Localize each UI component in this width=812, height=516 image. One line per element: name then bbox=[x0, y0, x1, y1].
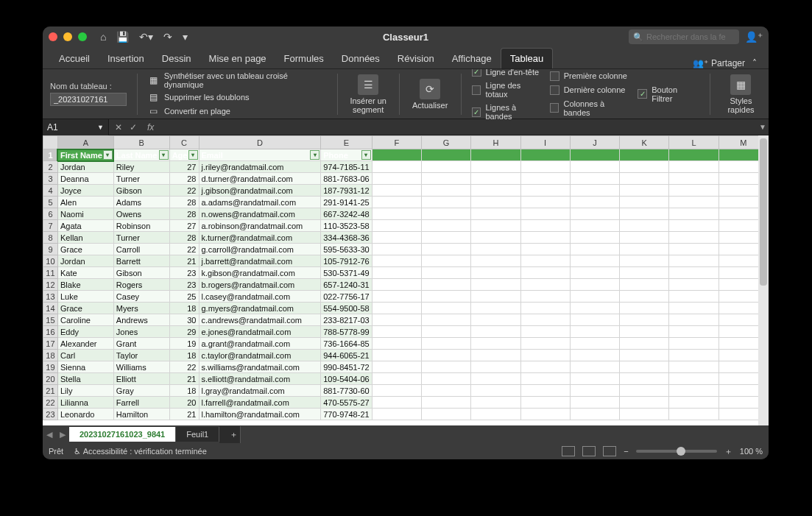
cell[interactable]: 105-7912-76 bbox=[321, 255, 372, 267]
name-box-dropdown-icon[interactable]: ▼ bbox=[97, 124, 104, 131]
cell[interactable]: Stella bbox=[57, 373, 113, 385]
cell[interactable] bbox=[570, 197, 619, 208]
cell[interactable] bbox=[421, 361, 470, 373]
cell[interactable] bbox=[471, 326, 520, 338]
cell[interactable] bbox=[421, 326, 470, 338]
cell[interactable]: Grace bbox=[57, 303, 113, 314]
filter-dropdown-icon[interactable]: ▾ bbox=[188, 150, 198, 160]
cell[interactable]: k.turner@randatmail.com bbox=[199, 232, 321, 244]
cell[interactable] bbox=[570, 255, 619, 267]
cell[interactable]: 022-7756-17 bbox=[321, 291, 372, 303]
cell[interactable] bbox=[372, 385, 421, 397]
cell[interactable] bbox=[669, 208, 719, 220]
cell[interactable] bbox=[669, 314, 719, 326]
cell[interactable] bbox=[421, 409, 470, 420]
cell[interactable]: Elliott bbox=[113, 373, 169, 385]
filter-button-toggle[interactable]: Bouton Filtrer bbox=[638, 85, 699, 103]
cell[interactable]: 23 bbox=[169, 267, 199, 279]
cell[interactable] bbox=[520, 208, 570, 220]
account-icon[interactable]: 👤⁺ bbox=[745, 31, 763, 43]
cell[interactable] bbox=[471, 350, 520, 361]
cell[interactable] bbox=[421, 373, 470, 385]
row-header[interactable]: 15 bbox=[43, 314, 58, 326]
cell[interactable]: 187-7931-12 bbox=[321, 185, 372, 197]
cell[interactable] bbox=[669, 373, 719, 385]
cell[interactable] bbox=[421, 255, 470, 267]
cell[interactable] bbox=[421, 185, 470, 197]
cell[interactable] bbox=[520, 185, 570, 197]
zoom-slider[interactable] bbox=[636, 450, 717, 453]
cell[interactable] bbox=[669, 338, 719, 350]
cell[interactable] bbox=[620, 397, 669, 409]
cell[interactable]: 770-9748-21 bbox=[321, 409, 372, 420]
col-header-J[interactable]: J bbox=[570, 136, 619, 149]
zoom-in-button[interactable]: ＋ bbox=[724, 446, 732, 457]
cell[interactable]: Myers bbox=[113, 303, 169, 314]
tab-insertion[interactable]: Insertion bbox=[99, 49, 153, 68]
cell[interactable] bbox=[471, 361, 520, 373]
first-col-toggle[interactable]: Première colonne bbox=[550, 71, 632, 81]
cell[interactable] bbox=[471, 373, 520, 385]
table-name-input[interactable] bbox=[50, 93, 127, 106]
share-button[interactable]: 👥⁺Partager bbox=[693, 58, 745, 68]
cell[interactable] bbox=[669, 279, 719, 291]
col-header-K[interactable]: K bbox=[620, 136, 669, 149]
cell[interactable] bbox=[372, 291, 421, 303]
cell[interactable] bbox=[570, 291, 619, 303]
cell[interactable]: e.jones@randatmail.com bbox=[199, 326, 321, 338]
cell[interactable] bbox=[620, 279, 669, 291]
cell[interactable] bbox=[471, 161, 520, 173]
cancel-formula-icon[interactable]: ✕ bbox=[115, 122, 122, 132]
formula-input[interactable] bbox=[163, 119, 757, 135]
cell[interactable]: Andrews bbox=[113, 314, 169, 326]
minimize-window-button[interactable] bbox=[63, 32, 72, 41]
cell[interactable] bbox=[421, 267, 470, 279]
cell[interactable]: Carl bbox=[57, 350, 113, 361]
tab-donnees[interactable]: Données bbox=[333, 49, 389, 68]
cell[interactable] bbox=[372, 409, 421, 420]
cell[interactable] bbox=[669, 255, 719, 267]
cell[interactable] bbox=[520, 291, 570, 303]
cell[interactable] bbox=[669, 326, 719, 338]
cell[interactable]: 18 bbox=[169, 303, 199, 314]
cell[interactable] bbox=[620, 314, 669, 326]
cell[interactable]: Carroll bbox=[113, 244, 169, 255]
last-col-toggle[interactable]: Dernière colonne bbox=[550, 85, 632, 95]
cell[interactable] bbox=[471, 267, 520, 279]
cell[interactable] bbox=[620, 185, 669, 197]
cell[interactable] bbox=[669, 185, 719, 197]
cell[interactable]: Gibson bbox=[113, 185, 169, 197]
cell[interactable]: Turner bbox=[113, 173, 169, 185]
cell[interactable] bbox=[372, 220, 421, 232]
accept-formula-icon[interactable]: ✓ bbox=[130, 122, 137, 132]
row-header[interactable]: 10 bbox=[43, 255, 58, 267]
cell[interactable]: c.andrews@randatmail.com bbox=[199, 314, 321, 326]
cell[interactable]: 291-9141-25 bbox=[321, 197, 372, 208]
tab-formules[interactable]: Formules bbox=[275, 49, 333, 68]
row-header[interactable]: 23 bbox=[43, 409, 58, 420]
cell[interactable] bbox=[620, 385, 669, 397]
cell[interactable] bbox=[570, 350, 619, 361]
cell[interactable]: 27 bbox=[169, 220, 199, 232]
zoom-out-button[interactable]: − bbox=[624, 447, 628, 456]
zoom-window-button[interactable] bbox=[78, 32, 87, 41]
row-header[interactable]: 7 bbox=[43, 220, 58, 232]
col-header-B[interactable]: B bbox=[113, 136, 169, 149]
cell[interactable] bbox=[520, 149, 570, 161]
col-header-I[interactable]: I bbox=[520, 136, 570, 149]
cell[interactable]: b.rogers@randatmail.com bbox=[199, 279, 321, 291]
cell[interactable]: 530-5371-49 bbox=[321, 267, 372, 279]
cell[interactable]: d.turner@randatmail.com bbox=[199, 173, 321, 185]
cell[interactable] bbox=[669, 197, 719, 208]
cell[interactable] bbox=[520, 303, 570, 314]
cell[interactable] bbox=[520, 161, 570, 173]
cell[interactable] bbox=[421, 385, 470, 397]
tab-affichage[interactable]: Affichage bbox=[443, 49, 501, 68]
cell[interactable] bbox=[620, 220, 669, 232]
cell[interactable] bbox=[620, 291, 669, 303]
expand-formula-bar-icon[interactable]: ▼ bbox=[757, 123, 769, 131]
table-header-cell[interactable]: First Name▾ bbox=[57, 149, 113, 161]
cell[interactable] bbox=[669, 397, 719, 409]
cell[interactable] bbox=[520, 197, 570, 208]
cell[interactable]: Lily bbox=[57, 385, 113, 397]
